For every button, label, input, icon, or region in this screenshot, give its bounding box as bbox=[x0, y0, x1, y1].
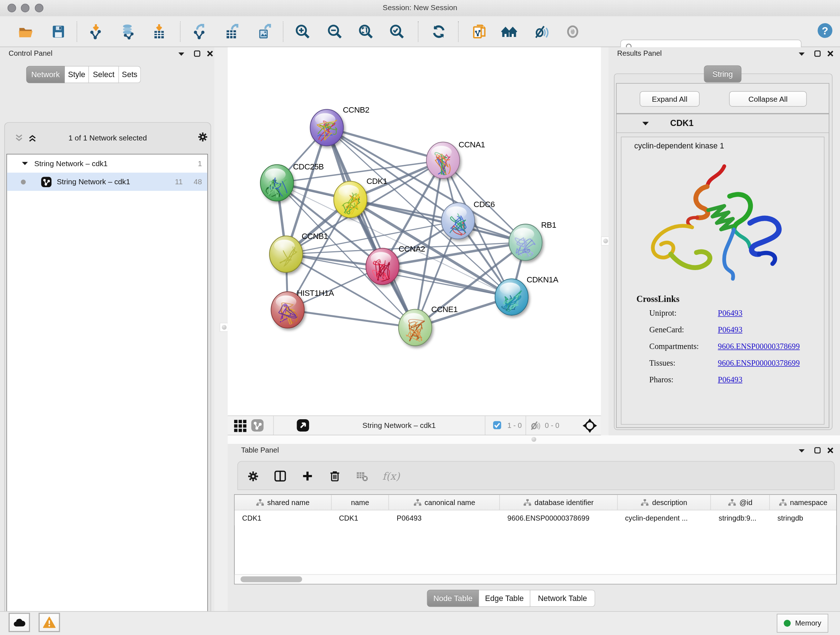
cell-name[interactable]: CDK1 bbox=[332, 510, 389, 525]
memory-button[interactable]: Memory bbox=[777, 614, 829, 633]
table-horizontal-scrollbar[interactable] bbox=[235, 574, 836, 584]
network-node-hist1h1a[interactable]: HIST1H1A bbox=[271, 288, 334, 328]
close-table-button[interactable] bbox=[826, 447, 835, 454]
network-edge[interactable] bbox=[327, 127, 415, 327]
function-builder-button[interactable]: f(x) bbox=[382, 467, 399, 485]
memory-label: Memory bbox=[795, 619, 821, 627]
column-header-name[interactable]: name bbox=[332, 495, 389, 510]
crosslink-link[interactable]: P06493 bbox=[718, 375, 742, 385]
import-network-file-button[interactable] bbox=[87, 23, 104, 40]
float-panel-button[interactable] bbox=[177, 50, 186, 58]
cell-database-identifier[interactable]: 9606.ENSP00000378699 bbox=[500, 510, 617, 525]
square-icon bbox=[814, 447, 821, 454]
float-table-button[interactable] bbox=[797, 447, 806, 455]
tab-select[interactable]: Select bbox=[89, 66, 119, 83]
tab-network[interactable]: Network bbox=[27, 66, 65, 83]
hide-glasses-button[interactable] bbox=[533, 23, 550, 40]
network-view-mode-button[interactable] bbox=[251, 419, 264, 432]
tab-node-table[interactable]: Node Table bbox=[427, 590, 479, 607]
save-session-button[interactable] bbox=[50, 23, 67, 40]
warnings-button[interactable] bbox=[39, 613, 60, 632]
crosslink-link[interactable]: P06493 bbox=[718, 325, 742, 334]
network-collection-row[interactable]: String Network – cdk1 1 bbox=[7, 154, 207, 172]
inactive-eye-button[interactable] bbox=[564, 23, 581, 40]
scrollbar-thumb[interactable] bbox=[240, 576, 302, 582]
warning-icon bbox=[43, 616, 56, 629]
close-results-button[interactable] bbox=[826, 50, 835, 57]
copy-network-button[interactable] bbox=[471, 23, 488, 40]
column-type-icon bbox=[414, 499, 422, 506]
delete-column-button[interactable] bbox=[326, 467, 343, 485]
network-graph[interactable]: CCNB2CCNA1CDC25BCDK1CDC6RB1CCNB1CCNA2CDK… bbox=[227, 47, 601, 415]
delete-table-button[interactable] bbox=[354, 467, 370, 485]
export-image-button[interactable] bbox=[256, 23, 273, 40]
horizontal-splitter[interactable] bbox=[227, 435, 840, 444]
cloud-status-button[interactable] bbox=[9, 613, 30, 632]
right-splitter[interactable] bbox=[601, 47, 609, 435]
left-splitter-handle[interactable] bbox=[219, 323, 228, 332]
column-header-description[interactable]: description bbox=[617, 495, 711, 510]
column-header-namespace[interactable]: namespace bbox=[770, 495, 836, 510]
export-table-button[interactable] bbox=[224, 23, 240, 40]
network-node-cdkn1a[interactable]: CDKN1A bbox=[495, 275, 558, 315]
crosslink-link[interactable]: P06493 bbox=[718, 309, 742, 318]
column-header-canonical-name[interactable]: canonical name bbox=[389, 495, 500, 510]
add-column-button[interactable] bbox=[299, 467, 316, 485]
select-columns-button[interactable] bbox=[272, 467, 289, 485]
help-button[interactable]: ? bbox=[816, 22, 834, 39]
cell-canonical-name[interactable]: P06493 bbox=[389, 510, 500, 525]
node-table[interactable]: shared name name canonical name database… bbox=[234, 494, 837, 584]
table-row[interactable]: CDK1 CDK1 P06493 9606.ENSP00000378699 cy… bbox=[235, 510, 836, 525]
tab-style[interactable]: Style bbox=[65, 66, 89, 83]
network-row-selected[interactable]: String Network – cdk1 11 48 bbox=[7, 173, 207, 191]
maximize-panel-button[interactable] bbox=[193, 50, 202, 57]
column-header-id[interactable]: @id bbox=[711, 495, 770, 510]
network-view-toolbar: String Network – cdk1 1 - 0 0 - 0 bbox=[227, 416, 601, 435]
expand-all-button[interactable]: Expand All bbox=[639, 91, 699, 107]
network-edge[interactable] bbox=[287, 310, 415, 328]
collapse-all-button[interactable]: Collapse All bbox=[729, 91, 807, 107]
zoom-fit-button[interactable] bbox=[357, 23, 374, 40]
network-options-gear-button[interactable] bbox=[197, 132, 208, 142]
crosslink-link[interactable]: 9606.ENSP00000378699 bbox=[718, 342, 799, 351]
current-network-dot-icon bbox=[20, 179, 26, 185]
network-canvas[interactable]: CCNB2CCNA1CDC25BCDK1CDC6RB1CCNB1CCNA2CDK… bbox=[227, 47, 601, 415]
maximize-table-button[interactable] bbox=[813, 447, 822, 454]
export-network-button[interactable] bbox=[191, 23, 208, 40]
table-options-gear-button[interactable] bbox=[244, 467, 261, 485]
network-node-rb1[interactable]: RB1 bbox=[509, 220, 556, 260]
cell-description[interactable]: cyclin-dependent ... bbox=[617, 510, 711, 525]
collection-count: 1 bbox=[198, 159, 202, 168]
open-session-button[interactable] bbox=[17, 23, 34, 40]
close-panel-button[interactable] bbox=[206, 50, 215, 57]
crosslink-link[interactable]: 9606.ENSP00000378699 bbox=[718, 359, 799, 368]
import-network-database-button[interactable] bbox=[119, 23, 136, 40]
plus-icon bbox=[302, 470, 314, 482]
gene-section-header[interactable]: CDK1 bbox=[616, 114, 829, 133]
tab-string[interactable]: String bbox=[704, 65, 742, 82]
float-results-button[interactable] bbox=[797, 50, 806, 58]
selected-checkbox[interactable] bbox=[493, 421, 501, 429]
pan-tool-button[interactable] bbox=[583, 418, 597, 433]
show-grid-button[interactable] bbox=[234, 419, 247, 432]
cell-shared-name[interactable]: CDK1 bbox=[235, 510, 332, 525]
refresh-network-button[interactable] bbox=[430, 23, 447, 40]
zoom-selected-button[interactable] bbox=[388, 23, 406, 40]
node-label: CDC6 bbox=[474, 200, 495, 209]
cell-id[interactable]: stringdb:9... bbox=[711, 510, 770, 525]
tab-network-table[interactable]: Network Table bbox=[531, 590, 595, 607]
zoom-out-button[interactable] bbox=[326, 23, 343, 40]
zoom-in-button[interactable] bbox=[294, 23, 311, 40]
string-home-button[interactable] bbox=[501, 23, 518, 40]
network-row-label: String Network – cdk1 bbox=[57, 177, 130, 186]
column-header-shared-name[interactable]: shared name bbox=[235, 495, 332, 510]
tab-edge-table[interactable]: Edge Table bbox=[479, 590, 531, 607]
horizontal-splitter-handle[interactable] bbox=[530, 435, 538, 443]
import-table-button[interactable] bbox=[150, 23, 167, 40]
cell-namespace[interactable]: stringdb bbox=[770, 510, 836, 525]
column-header-database-identifier[interactable]: database identifier bbox=[500, 495, 617, 510]
tab-sets[interactable]: Sets bbox=[119, 66, 141, 83]
maximize-results-button[interactable] bbox=[813, 50, 822, 57]
left-splitter[interactable] bbox=[214, 47, 227, 611]
network-node-cdk1[interactable]: CDK1 bbox=[334, 177, 387, 218]
